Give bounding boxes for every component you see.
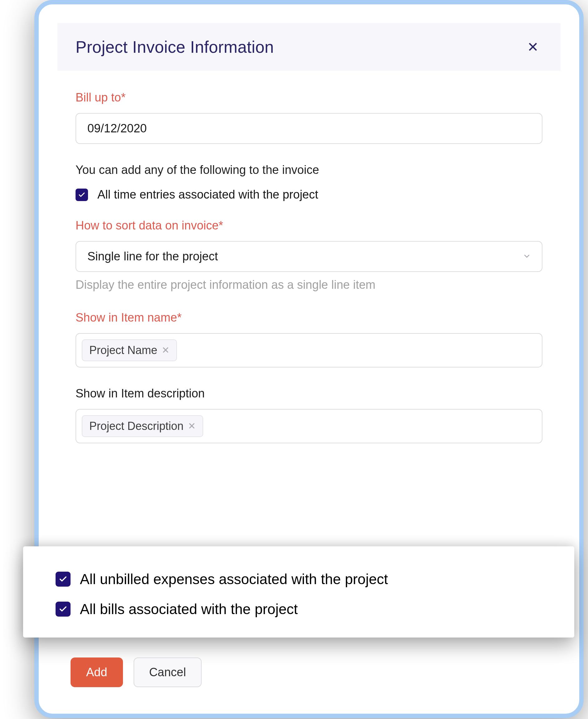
bills-row: All bills associated with the project <box>56 601 542 618</box>
bill-up-to-block: Bill up to* 09/12/2020 <box>76 91 542 144</box>
check-icon <box>78 191 85 199</box>
dialog-title: Project Invoice Information <box>76 38 274 57</box>
time-entries-row: All time entries associated with the pro… <box>76 188 542 201</box>
item-desc-label: Show in Item description <box>76 387 542 400</box>
tag-label: Project Name <box>89 344 157 357</box>
cancel-button[interactable]: Cancel <box>133 657 202 687</box>
check-icon <box>59 575 67 583</box>
tag-remove-icon[interactable]: ✕ <box>162 346 169 355</box>
sort-label: How to sort data on invoice* <box>76 219 542 232</box>
check-icon <box>59 605 67 614</box>
add-following-hint: You can add any of the following to the … <box>76 163 542 177</box>
time-entries-checkbox[interactable] <box>76 189 88 201</box>
tag-label: Project Description <box>89 419 184 433</box>
dialog-header: Project Invoice Information ✕ <box>58 23 561 71</box>
sort-value: Single line for the project <box>87 250 218 263</box>
bill-up-to-label: Bill up to* <box>76 91 542 104</box>
bills-checkbox[interactable] <box>56 602 70 617</box>
chevron-down-icon <box>522 250 531 263</box>
bills-label: All bills associated with the project <box>80 601 298 618</box>
item-name-input[interactable]: Project Name ✕ <box>76 333 542 367</box>
add-button[interactable]: Add <box>70 657 123 687</box>
item-name-tag: Project Name ✕ <box>82 340 177 361</box>
sort-select[interactable]: Single line for the project <box>76 241 542 272</box>
item-name-label: Show in Item name* <box>76 311 542 324</box>
dialog-footer: Add Cancel <box>70 657 202 687</box>
bill-up-to-input[interactable]: 09/12/2020 <box>76 113 542 144</box>
item-desc-block: Show in Item description Project Descrip… <box>76 387 542 443</box>
item-desc-tag: Project Description ✕ <box>82 415 203 437</box>
sort-hint: Display the entire project information a… <box>76 278 542 292</box>
sort-block: How to sort data on invoice* Single line… <box>76 219 542 292</box>
item-desc-input[interactable]: Project Description ✕ <box>76 409 542 443</box>
dialog-body: Bill up to* 09/12/2020 You can add any o… <box>58 71 561 443</box>
unbilled-expenses-row: All unbilled expenses associated with th… <box>56 571 542 588</box>
tag-remove-icon[interactable]: ✕ <box>188 422 196 431</box>
time-entries-label: All time entries associated with the pro… <box>97 188 318 201</box>
unbilled-expenses-checkbox[interactable] <box>56 572 70 587</box>
close-icon[interactable]: ✕ <box>523 38 542 57</box>
unbilled-expenses-label: All unbilled expenses associated with th… <box>80 571 388 588</box>
item-name-block: Show in Item name* Project Name ✕ <box>76 311 542 367</box>
overlay-checkbox-card: All unbilled expenses associated with th… <box>23 546 574 638</box>
